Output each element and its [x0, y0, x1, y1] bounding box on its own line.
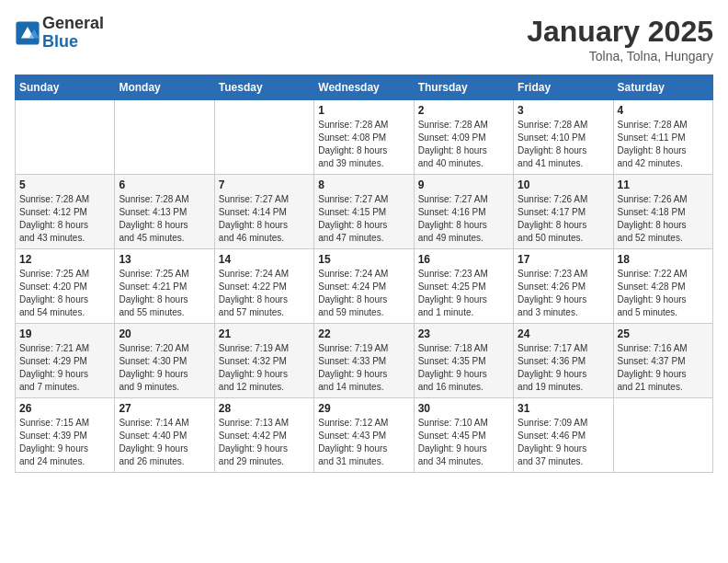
title-block: January 2025 Tolna, Tolna, Hungary	[527, 15, 713, 63]
day-number: 8	[318, 178, 409, 191]
calendar-week-row: 19Sunrise: 7:21 AM Sunset: 4:29 PM Dayli…	[16, 324, 713, 398]
day-number: 16	[418, 253, 509, 266]
calendar-cell: 25Sunrise: 7:16 AM Sunset: 4:37 PM Dayli…	[613, 324, 712, 398]
day-number: 24	[518, 327, 609, 340]
calendar-cell: 11Sunrise: 7:26 AM Sunset: 4:18 PM Dayli…	[613, 175, 712, 249]
day-detail: Sunrise: 7:10 AM Sunset: 4:45 PM Dayligh…	[418, 417, 509, 468]
day-detail: Sunrise: 7:27 AM Sunset: 4:14 PM Dayligh…	[219, 193, 310, 245]
location: Tolna, Tolna, Hungary	[527, 49, 713, 63]
calendar-cell: 2Sunrise: 7:28 AM Sunset: 4:09 PM Daylig…	[414, 100, 513, 175]
day-number: 15	[318, 253, 409, 266]
day-detail: Sunrise: 7:23 AM Sunset: 4:26 PM Dayligh…	[518, 268, 609, 319]
day-number: 17	[518, 253, 609, 266]
calendar-cell: 8Sunrise: 7:27 AM Sunset: 4:15 PM Daylig…	[314, 175, 414, 249]
calendar-week-row: 12Sunrise: 7:25 AM Sunset: 4:20 PM Dayli…	[16, 249, 713, 324]
day-detail: Sunrise: 7:21 AM Sunset: 4:29 PM Dayligh…	[19, 342, 110, 394]
day-number: 18	[618, 253, 709, 266]
logo: General Blue	[15, 15, 104, 52]
calendar-cell: 21Sunrise: 7:19 AM Sunset: 4:32 PM Dayli…	[214, 324, 313, 398]
weekday-row: SundayMondayTuesdayWednesdayThursdayFrid…	[16, 75, 713, 100]
calendar-cell: 17Sunrise: 7:23 AM Sunset: 4:26 PM Dayli…	[514, 249, 613, 324]
calendar: SundayMondayTuesdayWednesdayThursdayFrid…	[15, 75, 713, 473]
day-number: 31	[518, 402, 609, 415]
calendar-cell: 13Sunrise: 7:25 AM Sunset: 4:21 PM Dayli…	[115, 249, 214, 324]
calendar-cell: 28Sunrise: 7:13 AM Sunset: 4:42 PM Dayli…	[214, 398, 313, 473]
day-detail: Sunrise: 7:19 AM Sunset: 4:32 PM Dayligh…	[219, 342, 310, 394]
day-number: 25	[618, 327, 709, 340]
day-detail: Sunrise: 7:27 AM Sunset: 4:16 PM Dayligh…	[418, 193, 509, 245]
day-number: 11	[618, 178, 709, 191]
day-detail: Sunrise: 7:28 AM Sunset: 4:09 PM Dayligh…	[418, 119, 509, 170]
day-number: 13	[119, 253, 210, 266]
day-detail: Sunrise: 7:18 AM Sunset: 4:35 PM Dayligh…	[418, 342, 509, 394]
calendar-week-row: 1Sunrise: 7:28 AM Sunset: 4:08 PM Daylig…	[16, 100, 713, 175]
day-number: 12	[19, 253, 110, 266]
day-number: 23	[418, 327, 509, 340]
calendar-header: SundayMondayTuesdayWednesdayThursdayFrid…	[16, 75, 713, 100]
day-number: 28	[219, 402, 310, 415]
calendar-cell: 20Sunrise: 7:20 AM Sunset: 4:30 PM Dayli…	[115, 324, 214, 398]
day-detail: Sunrise: 7:19 AM Sunset: 4:33 PM Dayligh…	[318, 342, 409, 394]
calendar-cell: 3Sunrise: 7:28 AM Sunset: 4:10 PM Daylig…	[514, 100, 613, 175]
day-detail: Sunrise: 7:28 AM Sunset: 4:08 PM Dayligh…	[318, 119, 409, 170]
calendar-cell: 9Sunrise: 7:27 AM Sunset: 4:16 PM Daylig…	[414, 175, 513, 249]
calendar-cell: 29Sunrise: 7:12 AM Sunset: 4:43 PM Dayli…	[314, 398, 414, 473]
day-detail: Sunrise: 7:16 AM Sunset: 4:37 PM Dayligh…	[618, 342, 709, 394]
day-number: 7	[219, 178, 310, 191]
day-detail: Sunrise: 7:17 AM Sunset: 4:36 PM Dayligh…	[518, 342, 609, 394]
day-number: 22	[318, 327, 409, 340]
calendar-week-row: 26Sunrise: 7:15 AM Sunset: 4:39 PM Dayli…	[16, 398, 713, 473]
calendar-cell: 27Sunrise: 7:14 AM Sunset: 4:40 PM Dayli…	[115, 398, 214, 473]
day-number: 26	[19, 402, 110, 415]
day-detail: Sunrise: 7:28 AM Sunset: 4:13 PM Dayligh…	[119, 193, 210, 245]
day-detail: Sunrise: 7:27 AM Sunset: 4:15 PM Dayligh…	[318, 193, 409, 245]
day-number: 5	[19, 178, 110, 191]
day-detail: Sunrise: 7:23 AM Sunset: 4:25 PM Dayligh…	[418, 268, 509, 319]
calendar-cell: 7Sunrise: 7:27 AM Sunset: 4:14 PM Daylig…	[214, 175, 313, 249]
weekday-header: Tuesday	[214, 75, 313, 100]
day-detail: Sunrise: 7:25 AM Sunset: 4:20 PM Dayligh…	[19, 268, 110, 319]
day-number: 20	[119, 327, 210, 340]
day-detail: Sunrise: 7:24 AM Sunset: 4:22 PM Dayligh…	[219, 268, 310, 319]
calendar-cell: 30Sunrise: 7:10 AM Sunset: 4:45 PM Dayli…	[414, 398, 513, 473]
calendar-cell: 19Sunrise: 7:21 AM Sunset: 4:29 PM Dayli…	[16, 324, 115, 398]
calendar-cell: 24Sunrise: 7:17 AM Sunset: 4:36 PM Dayli…	[514, 324, 613, 398]
day-number: 9	[418, 178, 509, 191]
day-detail: Sunrise: 7:09 AM Sunset: 4:46 PM Dayligh…	[518, 417, 609, 468]
weekday-header: Wednesday	[314, 75, 414, 100]
day-number: 14	[219, 253, 310, 266]
day-detail: Sunrise: 7:28 AM Sunset: 4:10 PM Dayligh…	[518, 119, 609, 170]
calendar-cell: 1Sunrise: 7:28 AM Sunset: 4:08 PM Daylig…	[314, 100, 414, 175]
day-detail: Sunrise: 7:15 AM Sunset: 4:39 PM Dayligh…	[19, 417, 110, 468]
calendar-cell: 6Sunrise: 7:28 AM Sunset: 4:13 PM Daylig…	[115, 175, 214, 249]
day-number: 30	[418, 402, 509, 415]
day-number: 3	[518, 104, 609, 117]
day-detail: Sunrise: 7:13 AM Sunset: 4:42 PM Dayligh…	[219, 417, 310, 468]
day-number: 6	[119, 178, 210, 191]
calendar-week-row: 5Sunrise: 7:28 AM Sunset: 4:12 PM Daylig…	[16, 175, 713, 249]
calendar-cell: 14Sunrise: 7:24 AM Sunset: 4:22 PM Dayli…	[214, 249, 313, 324]
calendar-cell: 22Sunrise: 7:19 AM Sunset: 4:33 PM Dayli…	[314, 324, 414, 398]
day-number: 19	[19, 327, 110, 340]
day-detail: Sunrise: 7:26 AM Sunset: 4:17 PM Dayligh…	[518, 193, 609, 245]
calendar-cell	[613, 398, 712, 473]
calendar-cell: 16Sunrise: 7:23 AM Sunset: 4:25 PM Dayli…	[414, 249, 513, 324]
weekday-header: Saturday	[613, 75, 712, 100]
calendar-cell: 26Sunrise: 7:15 AM Sunset: 4:39 PM Dayli…	[16, 398, 115, 473]
calendar-cell	[115, 100, 214, 175]
day-number: 2	[418, 104, 509, 117]
calendar-cell	[16, 100, 115, 175]
day-detail: Sunrise: 7:25 AM Sunset: 4:21 PM Dayligh…	[119, 268, 210, 319]
calendar-cell: 5Sunrise: 7:28 AM Sunset: 4:12 PM Daylig…	[16, 175, 115, 249]
day-number: 1	[318, 104, 409, 117]
calendar-cell: 23Sunrise: 7:18 AM Sunset: 4:35 PM Dayli…	[414, 324, 513, 398]
month-title: January 2025	[527, 15, 713, 49]
day-detail: Sunrise: 7:26 AM Sunset: 4:18 PM Dayligh…	[618, 193, 709, 245]
calendar-cell: 31Sunrise: 7:09 AM Sunset: 4:46 PM Dayli…	[514, 398, 613, 473]
calendar-cell: 4Sunrise: 7:28 AM Sunset: 4:11 PM Daylig…	[613, 100, 712, 175]
calendar-cell: 10Sunrise: 7:26 AM Sunset: 4:17 PM Dayli…	[514, 175, 613, 249]
calendar-cell	[214, 100, 313, 175]
day-detail: Sunrise: 7:24 AM Sunset: 4:24 PM Dayligh…	[318, 268, 409, 319]
day-number: 21	[219, 327, 310, 340]
weekday-header: Friday	[514, 75, 613, 100]
